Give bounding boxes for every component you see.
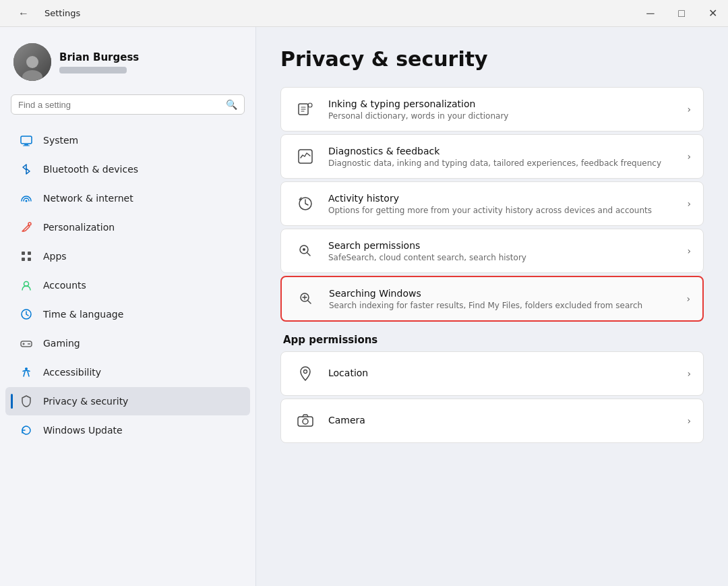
sidebar-label-system: System <box>43 135 78 146</box>
svg-point-5 <box>26 200 28 202</box>
user-section: Brian Burgess <box>0 38 255 94</box>
camera-chevron: › <box>687 415 691 426</box>
search-permissions-text: Search permissions SafeSearch, cloud con… <box>328 240 679 262</box>
sidebar-nav: System Bluetooth & devices Network & int… <box>0 125 255 445</box>
activity-chevron: › <box>687 198 691 209</box>
inking-icon <box>293 97 317 121</box>
searching-windows-text: Searching Windows Search indexing for fa… <box>329 288 678 310</box>
settings-item-inking[interactable]: Inking & typing personalization Personal… <box>280 87 704 131</box>
sidebar-item-update[interactable]: Windows Update <box>5 416 250 444</box>
svg-point-24 <box>304 370 307 374</box>
searching-windows-icon <box>294 287 318 311</box>
time-icon <box>19 307 34 322</box>
system-icon <box>19 133 34 148</box>
sidebar-label-bluetooth: Bluetooth & devices <box>43 164 138 175</box>
svg-rect-19 <box>299 150 312 163</box>
camera-icon <box>293 409 317 433</box>
svg-point-22 <box>303 248 305 251</box>
sidebar-label-privacy: Privacy & security <box>43 396 128 407</box>
privacy-icon <box>19 394 34 409</box>
titlebar-title: Settings <box>44 8 80 18</box>
search-permissions-desc: SafeSearch, cloud content search, search… <box>328 253 679 262</box>
svg-point-6 <box>28 223 31 225</box>
settings-list: Inking & typing personalization Personal… <box>280 87 704 322</box>
diagnostics-title: Diagnostics & feedback <box>328 146 679 156</box>
close-button[interactable]: ✕ <box>697 0 728 27</box>
app-permissions-label: App permissions <box>283 334 704 346</box>
bluetooth-icon <box>19 162 34 177</box>
personalization-icon <box>19 220 34 235</box>
diagnostics-desc: Diagnostic data, inking and typing data,… <box>328 158 679 168</box>
svg-rect-3 <box>24 144 28 146</box>
svg-point-16 <box>25 368 28 370</box>
sidebar-label-gaming: Gaming <box>43 338 80 349</box>
activity-text: Activity history Options for getting mor… <box>328 193 679 215</box>
svg-rect-10 <box>28 258 31 261</box>
settings-item-camera[interactable]: Camera › <box>280 399 704 443</box>
diagnostics-text: Diagnostics & feedback Diagnostic data, … <box>328 146 679 168</box>
sidebar-item-gaming[interactable]: Gaming <box>5 329 250 357</box>
main-content: Privacy & security Inking & typing perso… <box>256 27 728 586</box>
titlebar: ← Settings ─ □ ✕ <box>0 0 728 27</box>
location-text: Location <box>328 368 679 380</box>
avatar <box>13 43 51 81</box>
user-info: Brian Burgess <box>59 51 139 74</box>
svg-point-15 <box>29 343 30 345</box>
titlebar-controls: ─ □ ✕ <box>635 0 728 27</box>
search-input[interactable] <box>18 100 220 110</box>
location-chevron: › <box>687 368 691 379</box>
sidebar-item-system[interactable]: System <box>5 126 250 154</box>
svg-point-14 <box>28 343 29 345</box>
accounts-icon <box>19 278 34 293</box>
user-name: Brian Burgess <box>59 51 139 63</box>
settings-item-location[interactable]: Location › <box>280 351 704 396</box>
sidebar-item-time[interactable]: Time & language <box>5 300 250 328</box>
page-title: Privacy & security <box>280 47 704 71</box>
location-title: Location <box>328 368 679 378</box>
camera-title: Camera <box>328 415 679 426</box>
svg-point-0 <box>26 56 38 68</box>
sidebar-label-accounts: Accounts <box>43 280 86 291</box>
activity-icon <box>293 192 317 216</box>
settings-item-diagnostics[interactable]: Diagnostics & feedback Diagnostic data, … <box>280 134 704 179</box>
inking-title: Inking & typing personalization <box>328 98 679 109</box>
app-body: Brian Burgess 🔍 System Bluetooth & devic… <box>0 27 728 586</box>
svg-point-1 <box>22 70 42 81</box>
search-permissions-icon <box>293 239 317 263</box>
sidebar-item-accounts[interactable]: Accounts <box>5 271 250 299</box>
svg-rect-8 <box>28 252 31 255</box>
minimize-button[interactable]: ─ <box>635 0 666 27</box>
settings-item-search-permissions[interactable]: Search permissions SafeSearch, cloud con… <box>280 229 704 273</box>
maximize-button[interactable]: □ <box>666 0 697 27</box>
sidebar-item-network[interactable]: Network & internet <box>5 184 250 212</box>
sidebar-item-apps[interactable]: Apps <box>5 242 250 270</box>
back-button[interactable]: ← <box>8 0 39 27</box>
search-box[interactable]: 🔍 <box>11 94 245 115</box>
sidebar-item-personalization[interactable]: Personalization <box>5 213 250 241</box>
accessibility-icon <box>19 365 34 380</box>
svg-rect-9 <box>22 258 25 261</box>
update-icon <box>19 423 34 438</box>
settings-item-activity[interactable]: Activity history Options for getting mor… <box>280 181 704 226</box>
svg-point-26 <box>303 419 308 424</box>
apps-icon <box>19 249 34 264</box>
inking-text: Inking & typing personalization Personal… <box>328 98 679 121</box>
sidebar-label-personalization: Personalization <box>43 222 115 233</box>
sidebar-label-apps: Apps <box>43 251 67 262</box>
location-icon <box>293 361 317 386</box>
search-permissions-title: Search permissions <box>328 240 679 251</box>
sidebar-label-accessibility: Accessibility <box>43 367 101 378</box>
diagnostics-icon <box>293 144 317 169</box>
app-permissions-list: Location › Camera › <box>280 351 704 443</box>
user-subtitle <box>59 67 127 74</box>
sidebar-item-privacy[interactable]: Privacy & security <box>5 387 250 415</box>
settings-item-searching-windows[interactable]: Searching Windows Search indexing for fa… <box>280 276 704 322</box>
sidebar-item-accessibility[interactable]: Accessibility <box>5 358 250 386</box>
svg-rect-2 <box>21 136 32 144</box>
sidebar-item-bluetooth[interactable]: Bluetooth & devices <box>5 155 250 183</box>
sidebar: Brian Burgess 🔍 System Bluetooth & devic… <box>0 27 256 586</box>
searching-windows-chevron: › <box>686 293 690 304</box>
activity-title: Activity history <box>328 193 679 204</box>
search-icon: 🔍 <box>226 99 237 110</box>
gaming-icon <box>19 336 34 351</box>
